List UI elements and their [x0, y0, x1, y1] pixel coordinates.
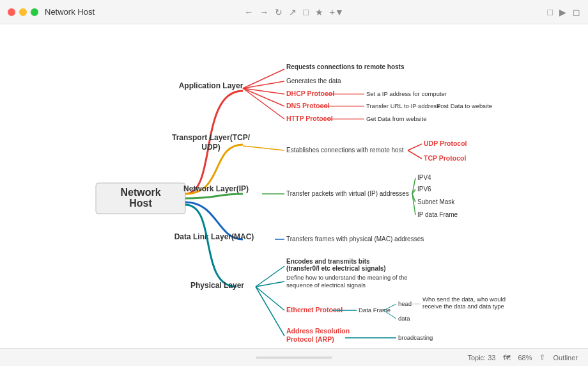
close-button[interactable]	[8, 8, 15, 16]
main-content: Network Host Application Layer Requests …	[0, 24, 588, 366]
window-title: Network Host	[45, 7, 95, 17]
svg-line-6	[243, 81, 284, 88]
refresh-icon[interactable]: ↻	[275, 7, 282, 17]
svg-text:Address Resolution: Address Resolution	[286, 327, 350, 335]
svg-text:UDP Protocol: UDP Protocol	[424, 139, 467, 147]
svg-line-28	[408, 150, 422, 159]
zoom-up-icon[interactable]: ⇧	[539, 353, 545, 362]
statusbar-right: Topic: 33 🗺 68% ⇧ Outliner	[467, 353, 578, 362]
layout-icon[interactable]: ◻	[573, 7, 580, 17]
svg-line-26	[408, 144, 422, 150]
svg-text:Requests connections to remote: Requests connections to remote hosts	[286, 63, 405, 70]
svg-text:IPV6: IPV6	[417, 186, 431, 193]
star-icon[interactable]: ★	[315, 7, 323, 17]
add-icon[interactable]: +▼	[330, 7, 344, 17]
svg-text:TCP Protocol: TCP Protocol	[424, 154, 466, 162]
svg-text:Generates the data: Generates the data	[286, 77, 341, 84]
expand-icon[interactable]: □	[548, 7, 553, 17]
titlebar-right: □ ▶ ◻	[548, 7, 580, 17]
titlebar: Network Host ← → ↻ ↗ □ ★ +▼ □ ▶ ◻	[0, 0, 588, 24]
svg-text:Set a IP address for computer: Set a IP address for computer	[366, 90, 447, 97]
svg-text:Protocol (ARP): Protocol (ARP)	[286, 335, 334, 343]
svg-line-62	[256, 287, 284, 336]
svg-text:Subnet  Mask: Subnet Mask	[417, 198, 455, 205]
svg-text:Transport Layer(TCP/: Transport Layer(TCP/	[172, 133, 251, 142]
svg-text:Transfers frames with physical: Transfers frames with physical (MAC) add…	[286, 235, 424, 243]
svg-text:receive the data and data type: receive the data and data type	[422, 303, 504, 310]
svg-text:DHCP Protocol: DHCP Protocol	[286, 90, 334, 97]
svg-text:Data Link Layer(MAC): Data Link Layer(MAC)	[174, 232, 254, 241]
svg-line-4	[243, 69, 284, 88]
mindmap-svg: Network Host Application Layer Requests …	[0, 24, 588, 351]
svg-text:Who send the data, who would: Who send the data, who would	[422, 296, 506, 303]
svg-text:Application Layer: Application Layer	[179, 81, 244, 90]
svg-text:Get Data from website: Get Data from website	[366, 115, 427, 122]
statusbar: Topic: 33 🗺 68% ⇧ Outliner	[0, 348, 588, 366]
svg-text:Transfer packets with virtual : Transfer packets with virtual (IP) addre…	[286, 190, 409, 197]
svg-text:Network: Network	[120, 187, 160, 198]
svg-text:Establishes connections with r: Establishes connections with remote host	[286, 147, 404, 154]
svg-line-51	[256, 287, 284, 310]
outliner-label[interactable]: Outliner	[553, 354, 578, 362]
svg-text:sequence of electrical signals: sequence of electrical signals	[286, 282, 366, 289]
scroll-indicator	[256, 356, 332, 359]
svg-text:Ethernet Protocol: Ethernet Protocol	[286, 306, 343, 314]
svg-text:Network Layer(IP): Network Layer(IP)	[183, 184, 249, 193]
zoom-level: 68%	[518, 354, 532, 362]
svg-text:broadcasting: broadcasting	[398, 334, 433, 341]
svg-text:IPV4: IPV4	[417, 174, 431, 181]
svg-text:Define how to understand the m: Define how to understand the meaning of …	[286, 274, 408, 281]
minimize-button[interactable]	[19, 8, 27, 16]
svg-line-45	[256, 266, 284, 287]
svg-text:Post Data to website: Post Data to website	[437, 102, 492, 109]
svg-text:HTTP Protocol: HTTP Protocol	[286, 115, 333, 122]
svg-text:UDP): UDP)	[201, 143, 220, 152]
svg-line-24	[243, 146, 284, 150]
svg-text:Data Frame: Data Frame	[359, 306, 391, 314]
svg-text:Host: Host	[129, 198, 152, 209]
svg-text:IP data Frame: IP data Frame	[417, 211, 458, 218]
share-icon[interactable]: ↗	[289, 7, 297, 17]
svg-text:DNS Protocol: DNS Protocol	[286, 102, 330, 109]
svg-text:Encodes and transmits bits: Encodes and transmits bits	[286, 258, 370, 265]
fullscreen-button[interactable]	[31, 8, 38, 16]
traffic-lights	[8, 8, 38, 16]
topic-count: Topic: 33	[467, 354, 495, 362]
presentation-icon[interactable]: ▶	[559, 7, 566, 17]
svg-text:Physical Layer: Physical Layer	[190, 281, 244, 290]
map-icon: 🗺	[503, 354, 510, 362]
toolbar-controls: ← → ↻ ↗ □ ★ +▼	[244, 7, 344, 17]
back-icon[interactable]: ←	[244, 7, 253, 17]
svg-text:(transfer0/I etc electrical si: (transfer0/I etc electrical signals)	[286, 265, 386, 272]
forward-icon[interactable]: →	[259, 7, 268, 17]
duplicate-icon[interactable]: □	[303, 7, 308, 17]
svg-text:data: data	[398, 315, 410, 322]
